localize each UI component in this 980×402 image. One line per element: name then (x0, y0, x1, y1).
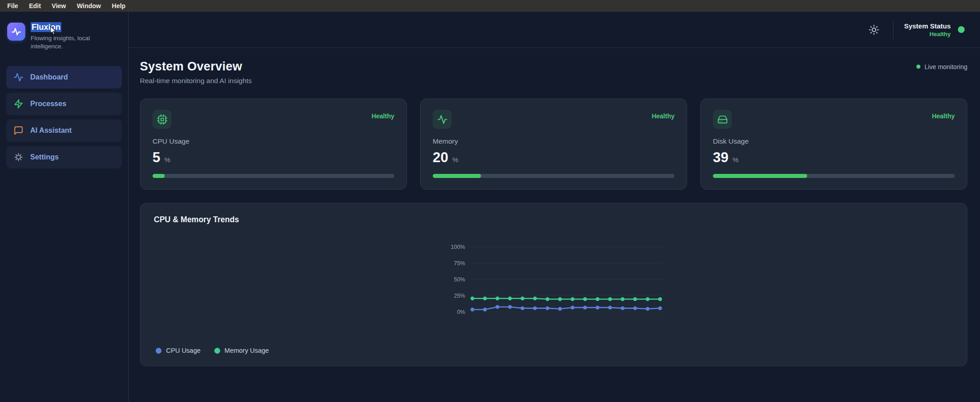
memory-progress-fill (433, 174, 481, 178)
status-badge: Healthy (932, 112, 955, 120)
metric-unit: % (164, 156, 170, 164)
system-status-label: System Status (904, 22, 951, 30)
cpu-legend-dot-icon (156, 348, 162, 354)
svg-text:25%: 25% (454, 293, 465, 299)
main-area: System Status Healthy System Overview Li… (129, 12, 980, 402)
page-title: System Overview (140, 60, 242, 74)
sidebar-item-ai-assistant[interactable]: AI Assistant (6, 119, 122, 142)
metric-unit: % (452, 156, 458, 164)
menu-item-file[interactable]: File (3, 1, 23, 10)
activity-icon (437, 114, 448, 125)
disk-progress-bar (713, 174, 955, 178)
app-tagline: Flowing insights, local intelligence. (31, 34, 105, 51)
legend-item-memory: Memory Usage (214, 347, 269, 354)
sidebar-nav: Dashboard Processes AI Assistant (6, 66, 122, 168)
metric-cards-row: Healthy CPU Usage 5 % (140, 98, 967, 190)
metric-value: 5 (153, 150, 160, 166)
live-dot-icon (916, 65, 920, 69)
metric-label: Memory (433, 137, 675, 145)
gear-icon (14, 152, 23, 162)
sidebar: Fluxion Flowing insights, local intellig… (0, 12, 129, 402)
app-logo (7, 23, 25, 41)
disk-usage-card: Healthy Disk Usage 39 % (700, 98, 967, 190)
live-monitoring-label: Live monitoring (925, 63, 967, 70)
memory-progress-bar (433, 174, 675, 178)
app-brand: Fluxion Flowing insights, local intellig… (6, 21, 122, 52)
legend-item-cpu: CPU Usage (156, 347, 201, 354)
hard-drive-icon (717, 114, 728, 125)
status-badge: Healthy (652, 112, 675, 120)
menu-item-help[interactable]: Help (107, 1, 130, 10)
memory-card: Healthy Memory 20 % (420, 98, 687, 190)
menu-bar: File Edit View Window Help (0, 0, 980, 12)
top-header: System Status Healthy (129, 12, 980, 48)
header-divider (893, 20, 893, 39)
menu-item-window[interactable]: Window (72, 1, 106, 10)
sidebar-item-dashboard[interactable]: Dashboard (6, 66, 122, 89)
disk-progress-fill (713, 174, 807, 178)
system-status: System Status Healthy (904, 22, 951, 37)
metric-value: 20 (433, 150, 448, 166)
svg-text:100%: 100% (451, 244, 465, 250)
chart-area: 100%75%50%25%0% (154, 224, 953, 345)
app-window: File Edit View Window Help Fluxion Flowi… (0, 0, 980, 402)
metric-unit: % (732, 156, 738, 164)
svg-text:50%: 50% (454, 276, 465, 283)
chart-title: CPU & Memory Trends (154, 215, 953, 224)
sun-icon (869, 24, 879, 35)
status-badge: Healthy (371, 112, 394, 120)
dashboard-content: System Overview Live monitoring Real-tim… (129, 48, 980, 402)
cpu-progress-fill (153, 174, 165, 178)
system-status-value: Healthy (904, 31, 951, 37)
svg-text:75%: 75% (454, 260, 465, 266)
cpu-memory-trend-chart: 100%75%50%25%0% (441, 241, 666, 329)
sidebar-item-settings[interactable]: Settings (6, 146, 122, 168)
trends-chart-card: CPU & Memory Trends 100%75%50%25%0% CPU … (140, 203, 967, 366)
page-subtitle: Real-time monitoring and AI insights (140, 77, 967, 85)
menu-item-edit[interactable]: Edit (24, 1, 45, 10)
app-title[interactable]: Fluxion (31, 23, 105, 33)
theme-toggle-button[interactable] (866, 22, 882, 38)
live-monitoring-badge: Live monitoring (916, 63, 967, 70)
menu-item-view[interactable]: View (47, 1, 71, 10)
svg-text:0%: 0% (457, 309, 465, 315)
memory-legend-dot-icon (214, 348, 220, 354)
sidebar-item-processes[interactable]: Processes (6, 93, 122, 115)
status-indicator-dot (958, 26, 965, 33)
zap-icon (14, 99, 23, 109)
cpu-usage-card: Healthy CPU Usage 5 % (140, 98, 407, 190)
chat-bubble-icon (14, 126, 23, 136)
chart-legend: CPU Usage Memory Usage (154, 345, 953, 357)
metric-value: 39 (713, 150, 728, 166)
metric-label: Disk Usage (713, 137, 955, 145)
waveform-icon (11, 26, 22, 37)
cpu-progress-bar (153, 174, 394, 178)
cpu-icon (157, 114, 167, 125)
metric-label: CPU Usage (153, 137, 394, 145)
activity-icon (14, 72, 23, 82)
mouse-cursor-icon (50, 26, 56, 35)
